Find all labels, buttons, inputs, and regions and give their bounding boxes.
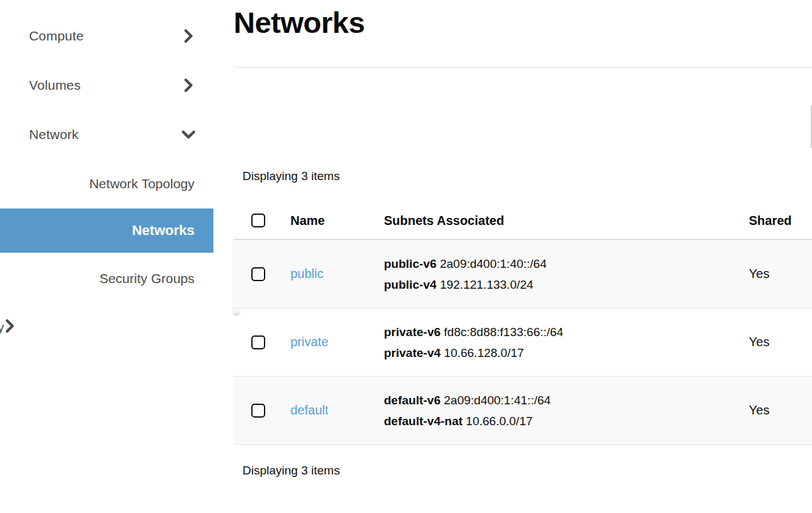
table-row: private private-v6 fd8c:8d88:f133:66::/6… bbox=[234, 308, 812, 377]
title-divider bbox=[235, 67, 812, 68]
sidebar: Compute Volumes Network Network Topology… bbox=[0, 0, 213, 513]
subnet-name: private-v4 bbox=[384, 346, 441, 359]
items-count-top: Displaying 3 items bbox=[242, 169, 340, 183]
sidebar-item-network[interactable]: Network bbox=[0, 119, 213, 150]
row-checkbox[interactable] bbox=[251, 335, 265, 349]
sidebar-item-label: Volumes bbox=[0, 78, 81, 93]
page-title: Networks bbox=[234, 5, 365, 40]
main-content: Networks Displaying 3 items Name Subnets… bbox=[234, 0, 812, 513]
subnet-name: private-v6 bbox=[384, 325, 441, 339]
chevron-right-icon bbox=[4, 319, 15, 336]
subnet-cidr: 10.66.128.0/17 bbox=[444, 346, 524, 359]
network-link[interactable]: private bbox=[290, 335, 328, 349]
sidebar-item-security-groups[interactable]: Security Groups bbox=[0, 263, 213, 294]
table-header-row: Name Subnets Associated Shared bbox=[234, 202, 812, 240]
column-header-name: Name bbox=[290, 214, 384, 228]
sidebar-item-label: Network bbox=[0, 127, 78, 142]
chevron-down-icon bbox=[183, 128, 194, 142]
sidebar-item-label: Compute bbox=[0, 28, 84, 44]
networks-table: Name Subnets Associated Shared public pu… bbox=[234, 202, 812, 445]
network-link[interactable]: default bbox=[290, 403, 328, 417]
subnet-name: public-v4 bbox=[384, 278, 436, 291]
table-row: default default-v6 2a09:d400:1:41::/64 d… bbox=[234, 377, 812, 445]
shared-value: Yes bbox=[749, 267, 812, 281]
sidebar-item-network-topology[interactable]: Network Topology bbox=[0, 169, 213, 199]
subnets-cell: public-v6 2a09:d400:1:40::/64 public-v4 … bbox=[384, 253, 749, 295]
row-checkbox-cell bbox=[234, 404, 290, 418]
sidebar-item-label: Network Topology bbox=[89, 176, 194, 191]
subnet-cidr: 192.121.133.0/24 bbox=[440, 278, 534, 291]
table-row: public public-v6 2a09:d400:1:40::/64 pub… bbox=[234, 240, 812, 308]
subnets-cell: private-v6 fd8c:8d88:f133:66::/64 privat… bbox=[384, 322, 749, 363]
sidebar-item-label: Networks bbox=[132, 222, 194, 239]
sidebar-item-clipped[interactable]: y bbox=[0, 312, 213, 342]
column-header-shared: Shared bbox=[749, 214, 812, 228]
networks-page: Compute Volumes Network Network Topology… bbox=[0, 0, 812, 513]
subnet-name: default-v4-nat bbox=[384, 414, 463, 428]
subnet-name: public-v6 bbox=[384, 257, 436, 270]
subnet-cidr: 2a09:d400:1:41::/64 bbox=[444, 394, 551, 407]
row-checkbox[interactable] bbox=[251, 404, 265, 418]
subnet-name: default-v6 bbox=[384, 394, 441, 407]
items-count-bottom: Displaying 3 items bbox=[242, 464, 340, 478]
sidebar-item-compute[interactable]: Compute bbox=[0, 21, 213, 51]
subnet-cidr: 10.66.0.0/17 bbox=[466, 414, 533, 428]
network-link[interactable]: public bbox=[290, 267, 323, 281]
column-header-subnets: Subnets Associated bbox=[384, 214, 749, 228]
chevron-right-icon bbox=[183, 29, 194, 43]
row-checkbox[interactable] bbox=[251, 267, 265, 281]
sidebar-item-networks-active[interactable]: Networks bbox=[0, 208, 213, 253]
subnets-cell: default-v6 2a09:d400:1:41::/64 default-v… bbox=[384, 390, 749, 432]
sidebar-item-label: Security Groups bbox=[99, 271, 194, 286]
subnet-cidr: fd8c:8d88:f133:66::/64 bbox=[444, 325, 563, 339]
subnet-cidr: 2a09:d400:1:40::/64 bbox=[440, 257, 547, 270]
row-checkbox-cell bbox=[234, 335, 290, 349]
shared-value: Yes bbox=[749, 403, 812, 418]
shared-value: Yes bbox=[749, 335, 812, 349]
chevron-right-icon bbox=[183, 78, 194, 92]
row-checkbox-cell bbox=[234, 267, 290, 281]
select-all-checkbox[interactable] bbox=[251, 214, 265, 227]
sidebar-item-volumes[interactable]: Volumes bbox=[0, 70, 213, 100]
header-checkbox-cell bbox=[234, 214, 290, 227]
